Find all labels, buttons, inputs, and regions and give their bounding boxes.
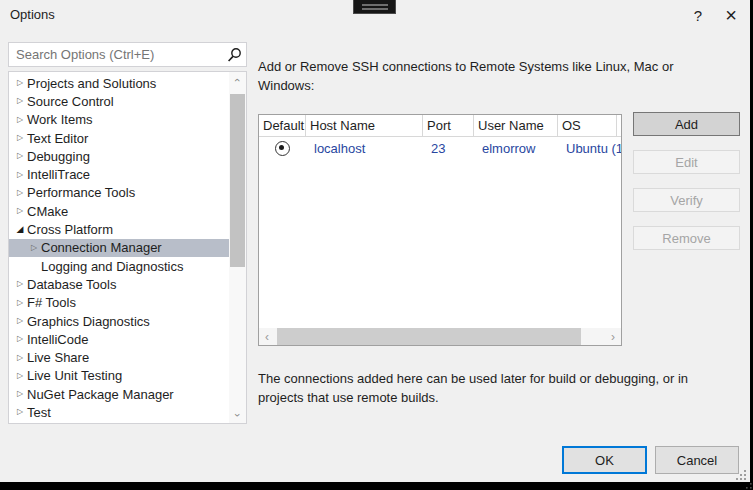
tree-item-logging-and-diagnostics[interactable]: Logging and Diagnostics bbox=[9, 257, 229, 275]
tree-item-label: Live Share bbox=[27, 350, 89, 365]
tree-item-label: Source Control bbox=[27, 94, 114, 109]
column-header-host-name[interactable]: Host Name bbox=[306, 115, 423, 136]
screen-share-tab[interactable] bbox=[353, 0, 396, 14]
scroll-left-icon[interactable]: ‹ bbox=[259, 328, 275, 345]
search-icon[interactable] bbox=[222, 47, 246, 63]
expander-collapsed-icon[interactable]: ▷ bbox=[27, 244, 41, 252]
default-cell[interactable] bbox=[259, 141, 306, 156]
expander-collapsed-icon[interactable]: ▷ bbox=[13, 79, 27, 87]
tree-item-live-share[interactable]: ▷Live Share bbox=[9, 348, 229, 366]
add-button[interactable]: Add bbox=[633, 112, 740, 136]
ok-button[interactable]: OK bbox=[562, 446, 647, 474]
tree-item-label: Graphics Diagnostics bbox=[27, 314, 150, 329]
tree-item-label: Database Tools bbox=[27, 277, 116, 292]
tree-item-graphics-diagnostics[interactable]: ▷Graphics Diagnostics bbox=[9, 312, 229, 330]
expander-collapsed-icon[interactable]: ▷ bbox=[13, 299, 27, 307]
cancel-button[interactable]: Cancel bbox=[655, 446, 739, 474]
resize-grip-icon[interactable] bbox=[735, 469, 746, 480]
os-cell[interactable]: Ubuntu (1 bbox=[558, 141, 621, 156]
grab-handle-line bbox=[362, 4, 388, 6]
tree-item-label: Test bbox=[27, 405, 51, 420]
tree-item-debugging[interactable]: ▷Debugging bbox=[9, 147, 229, 165]
default-radio[interactable] bbox=[275, 141, 290, 156]
column-header-default[interactable]: Default bbox=[259, 115, 306, 136]
grid-hscroll-thumb[interactable] bbox=[277, 328, 581, 345]
expander-collapsed-icon[interactable]: ▷ bbox=[13, 372, 27, 380]
tree-item-label: Work Items bbox=[27, 112, 93, 127]
search-input[interactable] bbox=[9, 47, 222, 62]
tree-item-label: IntelliCode bbox=[27, 332, 88, 347]
tree-item-nuget-package-manager[interactable]: ▷NuGet Package Manager bbox=[9, 385, 229, 403]
expander-collapsed-icon[interactable]: ▷ bbox=[13, 97, 27, 105]
connections-intro-text: Add or Remove SSH connections to Remote … bbox=[258, 57, 710, 95]
tree-item-label: Performance Tools bbox=[27, 185, 135, 200]
options-dialog: Options ? × ▷Projects and Solutions▷Sour… bbox=[0, 0, 750, 482]
expander-collapsed-icon[interactable]: ▷ bbox=[13, 317, 27, 325]
options-tree: ▷Projects and Solutions▷Source Control▷W… bbox=[8, 71, 247, 424]
search-box bbox=[8, 42, 247, 67]
verify-button[interactable]: Verify bbox=[633, 188, 740, 212]
tree-item-label: NuGet Package Manager bbox=[27, 387, 174, 402]
tree-item-intellicode[interactable]: ▷IntelliCode bbox=[9, 330, 229, 348]
expander-collapsed-icon[interactable]: ▷ bbox=[13, 408, 27, 416]
tree-item-label: Live Unit Testing bbox=[27, 368, 122, 383]
port-cell[interactable]: 23 bbox=[423, 141, 474, 156]
expander-collapsed-icon[interactable]: ▷ bbox=[13, 390, 27, 398]
tree-item-intellitrace[interactable]: ▷IntelliTrace bbox=[9, 165, 229, 183]
tree-item-label: Text Editor bbox=[27, 131, 88, 146]
tree-item-label: Projects and Solutions bbox=[27, 76, 156, 91]
edit-button[interactable]: Edit bbox=[633, 150, 740, 174]
tree-item-f-tools[interactable]: ▷F# Tools bbox=[9, 294, 229, 312]
expander-expanded-icon[interactable]: ◢ bbox=[13, 225, 27, 234]
tree-item-label: IntelliTrace bbox=[27, 167, 90, 182]
scroll-right-icon[interactable]: › bbox=[605, 328, 621, 345]
tree-item-label: CMake bbox=[27, 204, 68, 219]
tree-item-text-editor[interactable]: ▷Text Editor bbox=[9, 129, 229, 147]
expander-collapsed-icon[interactable]: ▷ bbox=[13, 207, 27, 215]
scroll-up-icon[interactable]: ‹ bbox=[229, 72, 246, 88]
user-name-cell[interactable]: elmorrow bbox=[474, 141, 558, 156]
connection-row[interactable]: localhost23elmorrowUbuntu (1 bbox=[259, 137, 621, 159]
help-button[interactable]: ? bbox=[686, 5, 710, 27]
grid-body: localhost23elmorrowUbuntu (1 bbox=[259, 137, 621, 159]
expander-collapsed-icon[interactable]: ▷ bbox=[13, 134, 27, 142]
column-header-port[interactable]: Port bbox=[423, 115, 474, 136]
tree-item-test[interactable]: ▷Test bbox=[9, 403, 229, 421]
window-resize-grip-icon[interactable] bbox=[745, 482, 752, 489]
tree-item-source-control[interactable]: ▷Source Control bbox=[9, 92, 229, 110]
tree-item-label: F# Tools bbox=[27, 295, 76, 310]
expander-collapsed-icon[interactable]: ▷ bbox=[13, 171, 27, 179]
grab-handle-line bbox=[362, 8, 388, 10]
grid-hscroll-track[interactable] bbox=[275, 328, 605, 345]
tree-item-database-tools[interactable]: ▷Database Tools bbox=[9, 275, 229, 293]
tree-scrollbar[interactable]: ‹ › bbox=[229, 72, 246, 423]
expander-collapsed-icon[interactable]: ▷ bbox=[13, 280, 27, 288]
options-tree-items: ▷Projects and Solutions▷Source Control▷W… bbox=[9, 74, 229, 422]
column-header-user-name[interactable]: User Name bbox=[474, 115, 558, 136]
tree-item-label: Connection Manager bbox=[41, 240, 162, 255]
tree-item-label: Cross Platform bbox=[27, 222, 113, 237]
tree-scrollbar-thumb[interactable] bbox=[230, 94, 245, 267]
scroll-down-icon[interactable]: › bbox=[229, 407, 246, 423]
connections-outro-text: The connections added here can be used l… bbox=[258, 369, 726, 407]
expander-collapsed-icon[interactable]: ▷ bbox=[13, 152, 27, 160]
tree-item-performance-tools[interactable]: ▷Performance Tools bbox=[9, 184, 229, 202]
tree-item-work-items[interactable]: ▷Work Items bbox=[9, 111, 229, 129]
remove-button[interactable]: Remove bbox=[633, 226, 740, 250]
host-name-cell[interactable]: localhost bbox=[306, 141, 423, 156]
tree-item-cross-platform[interactable]: ◢Cross Platform bbox=[9, 220, 229, 238]
column-header-os[interactable]: OS bbox=[558, 115, 617, 136]
expander-collapsed-icon[interactable]: ▷ bbox=[13, 189, 27, 197]
grid-header: DefaultHost NamePortUser NameOS bbox=[259, 115, 621, 137]
grid-hscrollbar[interactable]: ‹ › bbox=[259, 328, 621, 345]
tree-item-projects-and-solutions[interactable]: ▷Projects and Solutions bbox=[9, 74, 229, 92]
tree-item-live-unit-testing[interactable]: ▷Live Unit Testing bbox=[9, 367, 229, 385]
close-button[interactable]: × bbox=[717, 2, 745, 28]
tree-item-label: Debugging bbox=[27, 149, 90, 164]
expander-collapsed-icon[interactable]: ▷ bbox=[13, 116, 27, 124]
connections-grid: DefaultHost NamePortUser NameOS localhos… bbox=[258, 114, 622, 346]
tree-item-connection-manager[interactable]: ▷Connection Manager bbox=[9, 239, 229, 257]
expander-collapsed-icon[interactable]: ▷ bbox=[13, 354, 27, 362]
expander-collapsed-icon[interactable]: ▷ bbox=[13, 335, 27, 343]
tree-item-cmake[interactable]: ▷CMake bbox=[9, 202, 229, 220]
